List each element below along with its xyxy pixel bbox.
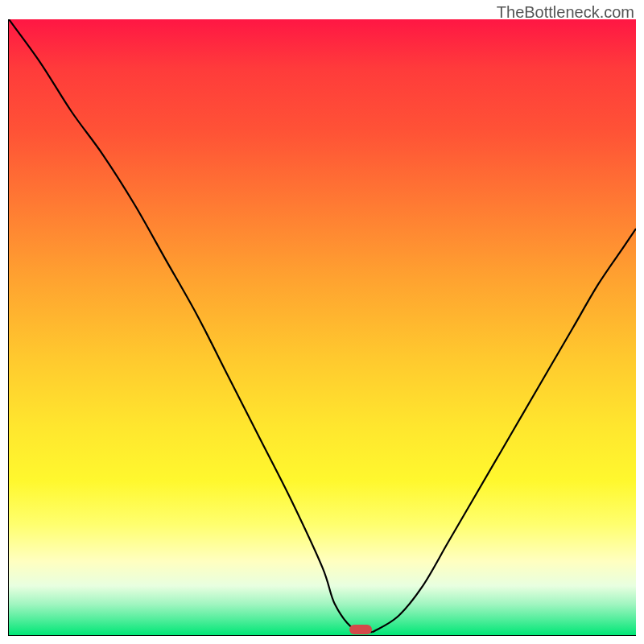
bottleneck-marker [349, 625, 372, 634]
chart-curves [9, 19, 636, 635]
curve-right [373, 229, 636, 632]
watermark-label: TheBottleneck.com [497, 3, 634, 22]
plot-area [8, 19, 636, 636]
curve-left [9, 19, 373, 632]
